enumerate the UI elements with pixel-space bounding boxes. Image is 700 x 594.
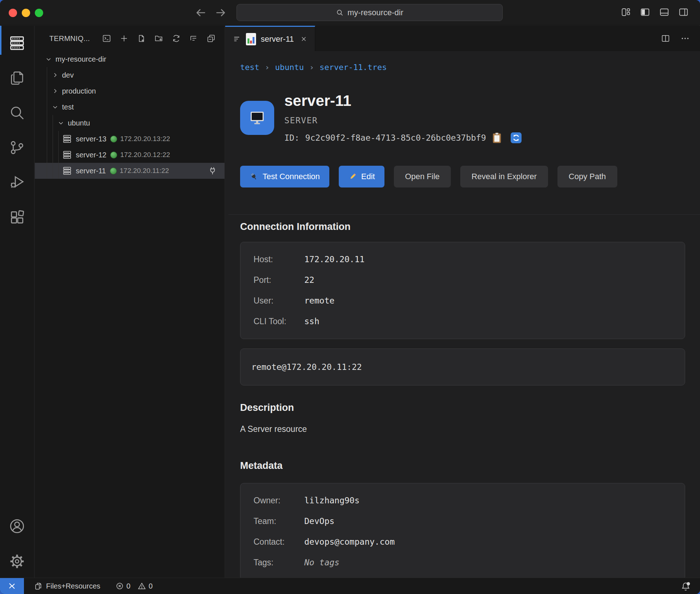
breadcrumb-test[interactable]: test: [240, 63, 259, 72]
server-name: server-11: [76, 167, 106, 175]
add-button[interactable]: [120, 34, 128, 43]
minimize-window-button[interactable]: [22, 9, 30, 17]
remote-indicator[interactable]: [0, 578, 24, 594]
customize-layout-icon: [621, 7, 631, 17]
forward-arrow-icon: [215, 7, 227, 19]
breadcrumb: test › ubuntu › server-11.tres: [240, 63, 685, 72]
refresh-id-button[interactable]: [511, 132, 522, 143]
forward-button[interactable]: [215, 7, 227, 19]
field-label: Host:: [254, 255, 304, 264]
tree-item-server-13[interactable]: server-13 172.20.20.13:22: [35, 131, 225, 147]
test-connection-button[interactable]: Test Connection: [240, 166, 329, 187]
window-controls: [9, 9, 43, 17]
breadcrumb-ubuntu[interactable]: ubuntu: [275, 63, 304, 72]
explorer-view-button[interactable]: [9, 69, 25, 86]
plus-icon: [120, 34, 128, 43]
new-folder-button[interactable]: [155, 34, 163, 43]
new-file-button[interactable]: [137, 34, 146, 43]
toggle-panel-button[interactable]: [659, 7, 669, 17]
indent-guide: [47, 67, 47, 179]
resource-file-icon: [246, 33, 256, 45]
breadcrumb-file[interactable]: server-11.tres: [320, 63, 387, 72]
connection-info-card: Host: 172.20.20.11 Port: 22 User: remote…: [240, 242, 685, 339]
connection-row-user: User: remote: [254, 296, 672, 306]
server-rack-icon: [62, 134, 72, 144]
open-file-button[interactable]: Open File: [394, 166, 451, 187]
sidebar-header: TERMNIQ...: [35, 26, 225, 51]
tab-server-11[interactable]: server-11: [225, 26, 315, 51]
maximize-window-button[interactable]: [35, 9, 43, 17]
breadcrumb-separator: ›: [309, 63, 314, 72]
connect-plug-button[interactable]: [208, 166, 217, 176]
refresh-button[interactable]: [172, 34, 181, 43]
tree-item-server-11[interactable]: server-11 172.20.20.11:22: [35, 163, 225, 179]
account-button[interactable]: [9, 518, 25, 535]
back-button[interactable]: [194, 7, 207, 19]
remote-icon: [8, 582, 16, 590]
connection-row-host: Host: 172.20.20.11: [254, 255, 672, 264]
files-resources-status-item[interactable]: Files+Resources: [34, 582, 100, 590]
more-actions-button[interactable]: [680, 34, 690, 43]
description-text: A Server resource: [240, 424, 685, 434]
gear-icon: [9, 553, 25, 570]
collapse-all-button[interactable]: [207, 34, 215, 43]
problems-status-item[interactable]: 0 0: [116, 582, 157, 590]
toggle-secondary-sidebar-button[interactable]: [679, 7, 688, 17]
search-view-button[interactable]: [9, 104, 25, 121]
customize-layout-button[interactable]: [621, 7, 631, 17]
edit-button[interactable]: Edit: [339, 166, 384, 187]
field-label: CLI Tool:: [254, 317, 304, 326]
close-window-button[interactable]: [9, 9, 17, 17]
split-editor-button[interactable]: [661, 34, 670, 43]
chevron-down-icon: [45, 55, 52, 63]
indent-guide: [53, 115, 53, 179]
resource-name: server-11: [284, 92, 522, 110]
notifications-button[interactable]: [681, 581, 691, 591]
action-buttons: Test Connection Edit Open File Reveal in…: [240, 166, 685, 187]
tree-item-label: dev: [62, 71, 74, 79]
command-center-search[interactable]: my-resource-dir: [236, 4, 503, 21]
close-tab-button[interactable]: [301, 36, 307, 42]
server-address: 172.20.20.12:22: [120, 151, 170, 159]
field-value: DevOps: [304, 516, 334, 526]
error-count: 0: [127, 582, 131, 590]
server-address: 172.20.20.13:22: [120, 135, 170, 143]
resource-tree: my-resource-dir dev production test ubun…: [35, 51, 225, 179]
chevron-down-icon: [57, 119, 65, 127]
copy-id-button[interactable]: [492, 132, 502, 143]
plug-icon: [250, 172, 258, 181]
settings-button[interactable]: [9, 553, 25, 570]
tree-item-test[interactable]: test: [35, 99, 225, 115]
sidebar: TERMNIQ... my-resource-dir: [35, 26, 225, 578]
toggle-sidebar-button[interactable]: [640, 7, 650, 17]
tree-item-server-12[interactable]: server-12 172.20.20.12:22: [35, 147, 225, 163]
tree-item-production[interactable]: production: [35, 83, 225, 99]
tree-item-ubuntu[interactable]: ubuntu: [35, 115, 225, 131]
sync-icon: [511, 132, 522, 143]
server-rack-view-button[interactable]: [9, 35, 25, 51]
tree-view-button[interactable]: [189, 34, 198, 43]
run-debug-view-button[interactable]: [9, 174, 25, 190]
button-label: Open File: [405, 172, 440, 181]
collapse-all-icon: [207, 34, 215, 43]
reveal-in-explorer-button[interactable]: Reveal in Explorer: [460, 166, 548, 187]
search-icon: [9, 104, 25, 121]
tree-item-dev[interactable]: dev: [35, 67, 225, 83]
source-control-view-button[interactable]: [9, 139, 25, 156]
copy-path-button[interactable]: Copy Path: [557, 166, 617, 187]
open-terminal-button[interactable]: [102, 34, 111, 43]
field-value: No tags: [304, 558, 339, 567]
resource-id-row: ID: 9c2c90f2-f8ae-4713-85c0-26bc0e37bbf9: [284, 132, 522, 143]
tree-item-root[interactable]: my-resource-dir: [35, 51, 225, 67]
editor-area: server-11 test › ubuntu › server-11.tres: [225, 26, 700, 578]
titlebar: my-resource-dir: [0, 0, 700, 25]
ssh-string-card: remote@172.20.20.11:22: [240, 348, 685, 385]
notification-badge: [687, 582, 690, 585]
description-heading: Description: [240, 402, 685, 413]
tab-list-icon: [233, 35, 241, 43]
field-label: Contact:: [254, 537, 304, 547]
files-icon: [34, 582, 42, 590]
extensions-view-button[interactable]: [9, 209, 25, 226]
refresh-icon: [172, 34, 181, 43]
activity-bar: [0, 26, 34, 578]
